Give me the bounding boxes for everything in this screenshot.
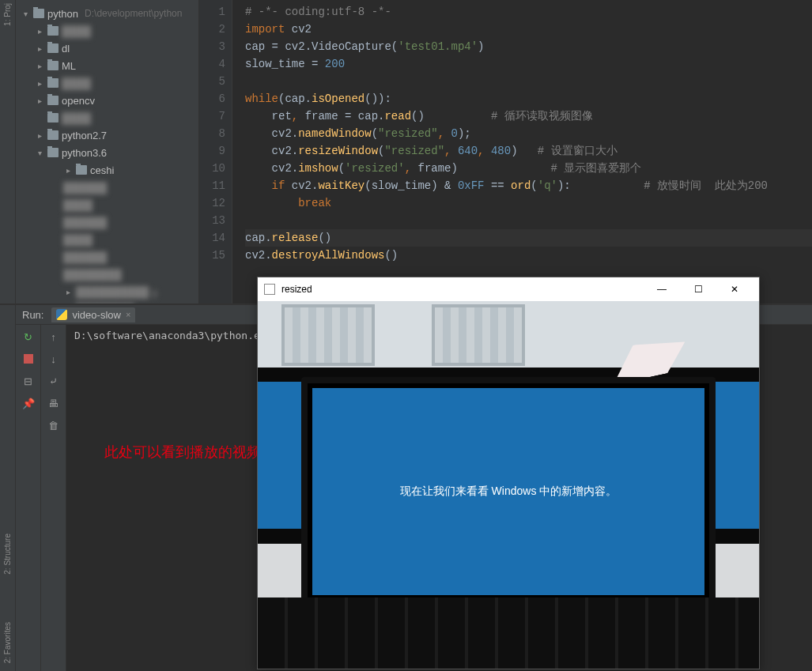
line-number: 7: [199, 107, 225, 125]
run-toolbar-primary: ↻ ⊟ 📌: [16, 325, 41, 671]
chevron-right-icon[interactable]: ▸: [63, 166, 73, 175]
code-line[interactable]: import cv2: [245, 21, 812, 38]
folder-icon: [33, 9, 44, 18]
code-area[interactable]: # -*- coding:utf-8 -*-import cv2cap = cv…: [232, 0, 812, 303]
run-title: Run:: [22, 309, 43, 321]
code-line[interactable]: cv2.destroyAllWindows(): [245, 247, 812, 264]
python-icon: [56, 309, 67, 320]
tree-item-dl[interactable]: ▸dl: [16, 40, 198, 57]
line-number: 6: [199, 90, 225, 107]
maximize-button[interactable]: ☐: [680, 277, 716, 301]
code-line[interactable]: cv2.imshow('resized', frame) # 显示图喜爱那个: [245, 160, 812, 177]
up-icon[interactable]: ↑: [47, 330, 61, 344]
line-number: 5: [199, 73, 225, 90]
folder-icon: [47, 96, 59, 105]
folder-icon: [76, 165, 87, 175]
wrap-icon[interactable]: ⤶: [47, 374, 61, 388]
bottom-tool-strip[interactable]: 2: Favorites 2: Structure: [0, 305, 16, 671]
folder-icon: [47, 43, 59, 53]
project-tree[interactable]: ▾ python D:\development\python ▸████ ▸dl…: [16, 0, 199, 303]
tree-item[interactable]: ▸████: [16, 74, 198, 92]
left-tool-strip[interactable]: 1: Proj: [0, 0, 16, 303]
code-line[interactable]: slow_time = 200: [245, 55, 812, 73]
line-number: 13: [199, 212, 225, 229]
tree-item-python36[interactable]: ▾python3.6: [16, 144, 198, 161]
line-number: 4: [199, 55, 225, 73]
run-toolbar-secondary: ↑ ↓ ⤶ 🖶 🗑: [41, 325, 66, 671]
code-line[interactable]: cap = cv2.VideoCapture('test01.mp4'): [245, 38, 812, 55]
code-line[interactable]: cap.release(): [245, 229, 812, 247]
trash-icon[interactable]: 🗑: [47, 418, 61, 432]
close-icon[interactable]: ×: [126, 310, 130, 319]
tree-item-ml[interactable]: ▸ML: [16, 57, 198, 74]
window-icon: [264, 284, 275, 295]
down-icon[interactable]: ↓: [47, 352, 61, 366]
code-line[interactable]: ret, frame = cap.read() # 循环读取视频图像: [245, 107, 812, 125]
line-number: 2: [199, 21, 225, 38]
code-line[interactable]: [245, 212, 812, 229]
chevron-right-icon[interactable]: ▸: [35, 44, 44, 53]
favorites-strip-label[interactable]: 2: Favorites: [3, 622, 12, 663]
folder-icon: [47, 130, 59, 140]
chevron-down-icon[interactable]: ▾: [21, 9, 30, 18]
video-screen-text: 现在让我们来看看 Windows 中的新增内容。: [312, 388, 704, 595]
minimize-button[interactable]: —: [644, 277, 680, 301]
code-line[interactable]: cv2.resizeWindow("resized", 640, 480) # …: [245, 142, 812, 160]
close-button[interactable]: ✕: [716, 277, 753, 301]
tree-item[interactable]: ████: [16, 231, 198, 248]
code-line[interactable]: [245, 73, 812, 90]
line-number-gutter: 123456789101112131415: [199, 0, 232, 303]
tree-item-ceshi[interactable]: ▸ceshi: [16, 161, 198, 179]
project-strip-label[interactable]: 1: Proj: [3, 3, 12, 26]
tree-item[interactable]: ████: [16, 196, 198, 213]
structure-strip-label[interactable]: 2: Structure: [3, 533, 12, 575]
tree-item[interactable]: ▸██████████ g: [16, 283, 198, 300]
upper-pane: 1: Proj ▾ python D:\development\python ▸…: [0, 0, 812, 304]
stop-icon[interactable]: [21, 352, 36, 366]
video-titlebar[interactable]: resized — ☐ ✕: [258, 277, 759, 301]
line-number: 9: [199, 142, 225, 160]
chevron-right-icon[interactable]: ▸: [35, 62, 44, 70]
tree-item[interactable]: ████: [16, 109, 198, 126]
run-tab[interactable]: video-slow ×: [51, 307, 135, 322]
code-line[interactable]: # -*- coding:utf-8 -*-: [245, 3, 812, 21]
line-number: 3: [199, 38, 225, 55]
print-icon[interactable]: 🖶: [47, 396, 61, 410]
chevron-down-icon[interactable]: ▾: [35, 149, 44, 157]
run-tab-label: video-slow: [72, 309, 120, 321]
tree-root[interactable]: ▾ python D:\development\python: [16, 5, 198, 22]
video-content: 现在让我们来看看 Windows 中的新增内容。: [258, 301, 759, 669]
tree-item[interactable]: ██████: [16, 248, 198, 266]
line-number: 15: [199, 247, 225, 264]
video-ceiling: [258, 301, 759, 368]
folder-icon: [47, 148, 59, 157]
line-number: 11: [199, 177, 225, 194]
code-line[interactable]: break: [245, 194, 812, 212]
code-editor[interactable]: 123456789101112131415 # -*- coding:utf-8…: [199, 0, 812, 303]
tree-item[interactable]: ▸████████: [16, 300, 198, 303]
tree-item-python27[interactable]: ▸python2.7: [16, 126, 198, 144]
pin-icon[interactable]: 📌: [21, 396, 36, 410]
video-window-title: resized: [281, 284, 312, 295]
line-number: 1: [199, 3, 225, 21]
folder-icon: [47, 61, 59, 70]
tree-root-label: python: [47, 8, 78, 20]
rerun-icon[interactable]: ↻: [21, 330, 36, 344]
tree-item[interactable]: ████████: [16, 266, 198, 283]
line-number: 8: [199, 125, 225, 142]
line-number: 12: [199, 194, 225, 212]
tree-item[interactable]: ██████: [16, 213, 198, 231]
video-window[interactable]: resized — ☐ ✕ 现在让我们来看看 Windows 中的新增内容。: [257, 277, 760, 669]
layout-icon[interactable]: ⊟: [21, 374, 36, 388]
line-number: 14: [199, 229, 225, 247]
chevron-right-icon[interactable]: ▸: [35, 96, 44, 105]
tree-item[interactable]: ██████: [16, 179, 198, 196]
code-line[interactable]: while(cap.isOpened()):: [245, 90, 812, 107]
chevron-right-icon[interactable]: ▸: [35, 131, 44, 140]
tree-item[interactable]: ▸████: [16, 22, 198, 40]
video-keyboard: [258, 597, 759, 669]
code-line[interactable]: if cv2.waitKey(slow_time) & 0xFF == ord(…: [245, 177, 812, 194]
code-line[interactable]: cv2.namedWindow("resized", 0);: [245, 125, 812, 142]
video-monitor: 现在让我们来看看 Windows 中的新增内容。: [301, 377, 716, 606]
tree-item-opencv[interactable]: ▸opencv: [16, 92, 198, 109]
